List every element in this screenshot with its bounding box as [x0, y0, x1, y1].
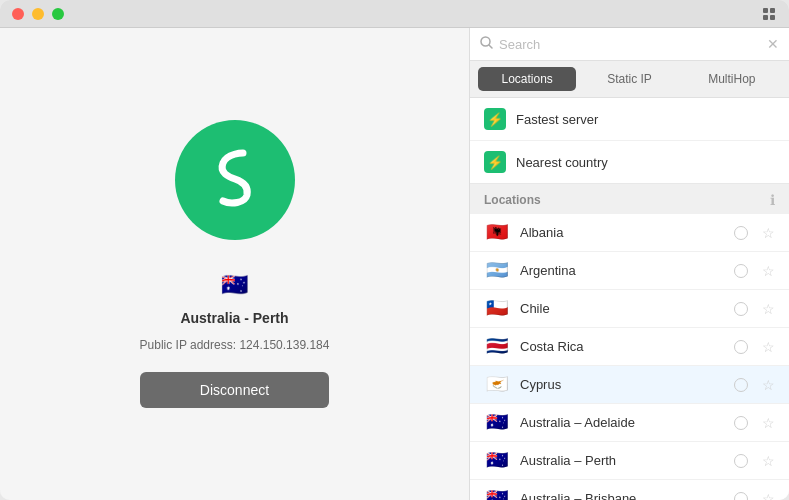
minimize-button[interactable]	[32, 8, 44, 20]
svg-rect-0	[763, 8, 768, 13]
location-argentina[interactable]: 🇦🇷 Argentina ☆	[470, 252, 789, 290]
radio-australia-adelaide[interactable]	[734, 416, 748, 430]
radio-costa-rica[interactable]	[734, 340, 748, 354]
country-name-australia-brisbane: Australia – Brisbane	[520, 491, 724, 500]
locations-list: 🇦🇱 Albania ☆ 🇦🇷 Argentina ☆ 🇨🇱 Chile ☆	[470, 214, 789, 500]
star-australia-brisbane[interactable]: ☆	[762, 491, 775, 501]
right-panel: ✕ Locations Static IP MultiHop ⚡ Fastest…	[469, 28, 789, 500]
fastest-server-item[interactable]: ⚡ Fastest server	[470, 98, 789, 141]
connection-ip: Public IP address: 124.150.139.184	[140, 338, 330, 352]
svg-rect-3	[770, 15, 775, 20]
country-name-costa-rica: Costa Rica	[520, 339, 724, 354]
star-chile[interactable]: ☆	[762, 301, 775, 317]
fastest-server-label: Fastest server	[516, 112, 598, 127]
tab-multihop[interactable]: MultiHop	[683, 67, 781, 91]
flag-chile: 🇨🇱	[484, 299, 510, 318]
flag-australia-brisbane: 🇦🇺	[484, 489, 510, 500]
flag-albania: 🇦🇱	[484, 223, 510, 242]
location-australia-brisbane[interactable]: 🇦🇺 Australia – Brisbane ☆	[470, 480, 789, 500]
search-input[interactable]	[499, 37, 761, 52]
svg-line-5	[489, 45, 492, 48]
app-window: 🇦🇺 Australia - Perth Public IP address: …	[0, 0, 789, 500]
radio-argentina[interactable]	[734, 264, 748, 278]
star-argentina[interactable]: ☆	[762, 263, 775, 279]
disconnect-button[interactable]: Disconnect	[140, 372, 329, 408]
country-name-argentina: Argentina	[520, 263, 724, 278]
window-icon	[761, 6, 777, 22]
nearest-country-item[interactable]: ⚡ Nearest country	[470, 141, 789, 183]
logo-circle	[175, 120, 295, 240]
country-name-australia-adelaide: Australia – Adelaide	[520, 415, 724, 430]
svg-rect-2	[763, 15, 768, 20]
locations-section-header: Locations ℹ	[470, 184, 789, 214]
connection-location: Australia - Perth	[180, 310, 288, 326]
titlebar	[0, 0, 789, 28]
country-name-cyprus: Cyprus	[520, 377, 724, 392]
tab-static-ip[interactable]: Static IP	[580, 67, 678, 91]
country-name-australia-perth: Australia – Perth	[520, 453, 724, 468]
location-chile[interactable]: 🇨🇱 Chile ☆	[470, 290, 789, 328]
location-australia-adelaide[interactable]: 🇦🇺 Australia – Adelaide ☆	[470, 404, 789, 442]
radio-cyprus[interactable]	[734, 378, 748, 392]
info-icon[interactable]: ℹ	[770, 192, 775, 208]
star-albania[interactable]: ☆	[762, 225, 775, 241]
location-costa-rica[interactable]: 🇨🇷 Costa Rica ☆	[470, 328, 789, 366]
flag-costa-rica: 🇨🇷	[484, 337, 510, 356]
nearest-country-label: Nearest country	[516, 155, 608, 170]
location-albania[interactable]: 🇦🇱 Albania ☆	[470, 214, 789, 252]
radio-australia-brisbane[interactable]	[734, 492, 748, 501]
left-panel: 🇦🇺 Australia - Perth Public IP address: …	[0, 28, 469, 500]
main-content: 🇦🇺 Australia - Perth Public IP address: …	[0, 28, 789, 500]
logo-letter	[205, 139, 265, 221]
search-bar: ✕	[470, 28, 789, 61]
radio-australia-perth[interactable]	[734, 454, 748, 468]
star-costa-rica[interactable]: ☆	[762, 339, 775, 355]
svg-rect-1	[770, 8, 775, 13]
star-australia-perth[interactable]: ☆	[762, 453, 775, 469]
radio-albania[interactable]	[734, 226, 748, 240]
section-label: Locations	[484, 193, 541, 207]
bolt-icon-nearest: ⚡	[484, 151, 506, 173]
search-icon	[480, 36, 493, 52]
connection-info: 🇦🇺	[221, 272, 248, 298]
star-australia-adelaide[interactable]: ☆	[762, 415, 775, 431]
tabs-bar: Locations Static IP MultiHop	[470, 61, 789, 98]
radio-chile[interactable]	[734, 302, 748, 316]
flag-australia-adelaide: 🇦🇺	[484, 413, 510, 432]
quick-actions: ⚡ Fastest server ⚡ Nearest country	[470, 98, 789, 184]
connection-flag-emoji: 🇦🇺	[221, 272, 248, 298]
country-name-chile: Chile	[520, 301, 724, 316]
flag-australia-perth: 🇦🇺	[484, 451, 510, 470]
location-cyprus[interactable]: 🇨🇾 Cyprus ☆	[470, 366, 789, 404]
star-cyprus[interactable]: ☆	[762, 377, 775, 393]
tab-locations[interactable]: Locations	[478, 67, 576, 91]
flag-cyprus: 🇨🇾	[484, 375, 510, 394]
bolt-icon-fastest: ⚡	[484, 108, 506, 130]
close-button[interactable]	[12, 8, 24, 20]
clear-search-icon[interactable]: ✕	[767, 36, 779, 52]
maximize-button[interactable]	[52, 8, 64, 20]
flag-argentina: 🇦🇷	[484, 261, 510, 280]
location-australia-perth[interactable]: 🇦🇺 Australia – Perth ☆	[470, 442, 789, 480]
country-name-albania: Albania	[520, 225, 724, 240]
